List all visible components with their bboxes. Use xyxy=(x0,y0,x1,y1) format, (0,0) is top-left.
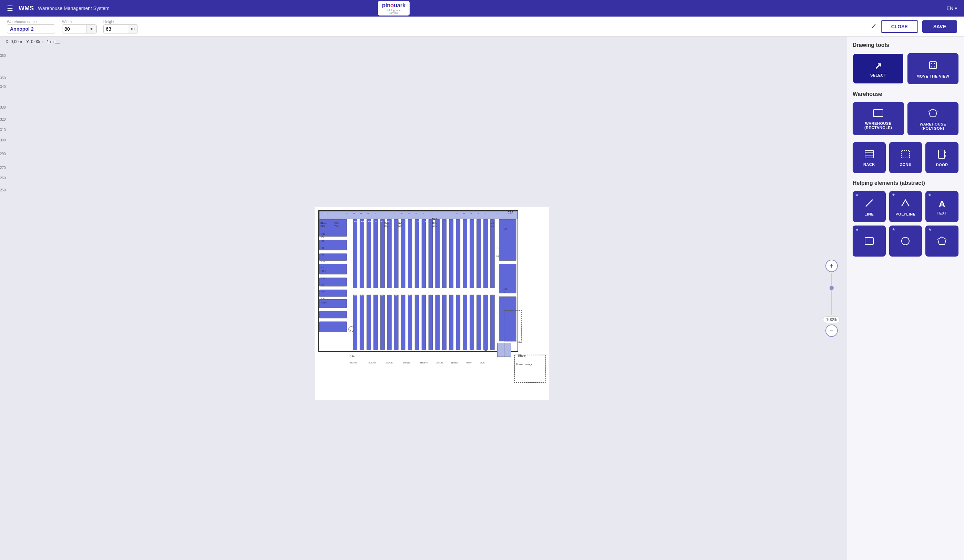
polyline-tool-label: POLYLINE xyxy=(896,212,915,216)
circle-helper-tool-button[interactable]: ★ xyxy=(889,226,922,257)
svg-marker-178 xyxy=(938,237,946,244)
svg-text:A8: A8 xyxy=(381,291,384,293)
svg-rect-170 xyxy=(865,150,873,158)
zoom-in-button[interactable]: + xyxy=(826,260,838,272)
svg-text:13: 13 xyxy=(422,212,424,215)
svg-text:70/60: 70/60 xyxy=(480,362,486,364)
toolbar-actions: ✓ CLOSE SAVE xyxy=(871,20,957,33)
width-field: Width m xyxy=(62,20,96,33)
svg-rect-78 xyxy=(470,295,474,350)
menu-icon[interactable]: ☰ xyxy=(7,4,13,12)
zone-tool-button[interactable]: ZONE xyxy=(889,142,922,173)
ruler-300: 300 xyxy=(0,138,7,142)
rect-helper-star: ★ xyxy=(855,228,858,231)
svg-text:13: 13 xyxy=(442,212,445,215)
svg-text:13: 13 xyxy=(339,212,341,215)
svg-text:C71: C71 xyxy=(321,260,326,262)
svg-text:110/100: 110/100 xyxy=(451,362,459,364)
svg-rect-71 xyxy=(422,295,426,350)
text-tool-button[interactable]: ★ A TEXT xyxy=(925,191,959,222)
svg-rect-139 xyxy=(497,343,504,350)
svg-text:A5: A5 xyxy=(402,291,404,293)
svg-text:13: 13 xyxy=(401,212,403,215)
save-button[interactable]: SAVE xyxy=(922,20,957,33)
svg-text:22/4: 22/4 xyxy=(397,225,402,227)
height-label: Height xyxy=(103,20,138,24)
line-tool-button[interactable]: ★ LINE xyxy=(853,191,886,222)
move-view-tool-button[interactable]: MOVE THE VIEW xyxy=(907,53,959,84)
svg-text:13: 13 xyxy=(381,212,383,215)
height-input[interactable] xyxy=(104,25,128,33)
helping-section-title: Helping elements (abstract) xyxy=(853,180,959,186)
text-star: ★ xyxy=(928,193,931,197)
logo-tagline: Intelligencefor you xyxy=(387,9,401,15)
svg-rect-69 xyxy=(408,295,412,350)
svg-rect-62 xyxy=(360,295,364,350)
rect-helper-tool-button[interactable]: ★ xyxy=(853,226,886,257)
polyline-tool-button[interactable]: ★ POLYLINE xyxy=(889,191,922,222)
svg-text:13: 13 xyxy=(484,212,485,215)
rack-tool-button[interactable]: RACK xyxy=(853,142,886,173)
svg-rect-79 xyxy=(477,295,481,350)
svg-text:PC: PC xyxy=(321,236,324,238)
logo: pinouark Intelligencefor you xyxy=(378,1,410,16)
check-icon: ✓ xyxy=(871,22,877,31)
warehouse-poly-tool-button[interactable]: WAREHOUSE (POLYGON) xyxy=(907,102,959,135)
language-selector[interactable]: EN ▾ xyxy=(947,5,957,11)
circle-helper-star: ★ xyxy=(892,228,895,231)
width-input[interactable] xyxy=(62,25,86,33)
main-layout: X: 0,00m Y: 0,00m 1 m 360 350 340 330 32… xyxy=(0,37,964,560)
svg-text:B2: B2 xyxy=(418,220,421,222)
select-tool-button[interactable]: ↗ SELECT xyxy=(853,53,904,84)
select-tools-grid: ↗ SELECT MOVE THE VIEW xyxy=(853,53,959,84)
svg-text:A10: A10 xyxy=(368,291,371,293)
svg-rect-81 xyxy=(490,295,494,350)
floor-plan[interactable]: 131313 131313 131313 131313 131313 13131… xyxy=(315,207,549,400)
canvas-coords: X: 0,00m Y: 0,00m 1 m xyxy=(5,39,60,44)
svg-text:190/180: 190/180 xyxy=(386,362,393,364)
door-tool-button[interactable]: DOOR xyxy=(925,142,959,173)
canvas-area[interactable]: X: 0,00m Y: 0,00m 1 m 360 350 340 330 32… xyxy=(0,37,847,560)
svg-rect-67 xyxy=(394,295,398,350)
line-icon xyxy=(865,198,874,209)
svg-point-177 xyxy=(902,237,909,245)
svg-text:B8: B8 xyxy=(368,220,371,222)
poly-helper-tool-button[interactable]: ★ xyxy=(925,226,959,257)
svg-text:C8: C8 xyxy=(321,240,324,242)
top-nav: ☰ WMS Warehouse Management System pinoua… xyxy=(0,0,964,16)
svg-text:C5F: C5F xyxy=(321,298,326,300)
zoom-out-button[interactable]: − xyxy=(826,324,838,337)
svg-marker-169 xyxy=(929,109,937,116)
svg-rect-56 xyxy=(463,219,467,288)
poly-helper-icon xyxy=(937,236,947,247)
svg-text:C13: C13 xyxy=(321,233,326,235)
line-star: ★ xyxy=(855,193,858,197)
svg-text:A11: A11 xyxy=(354,294,357,296)
warehouse-rect-tool-button[interactable]: WAREHOUSE (RECTANGLE) xyxy=(853,102,904,135)
svg-text:13: 13 xyxy=(367,212,369,215)
svg-text:175/160: 175/160 xyxy=(403,362,410,364)
svg-text:13: 13 xyxy=(387,212,389,215)
ruler-270: 270 xyxy=(0,166,7,170)
floor-plan-container: 131313 131313 131313 131313 131313 13131… xyxy=(21,50,843,557)
warehouse-name-input[interactable] xyxy=(7,24,55,33)
svg-rect-82 xyxy=(499,219,516,261)
svg-text:13: 13 xyxy=(360,212,362,215)
logo-accent: o xyxy=(390,2,394,9)
svg-rect-80 xyxy=(484,295,487,350)
svg-text:46/1: 46/1 xyxy=(384,222,389,224)
svg-rect-41 xyxy=(360,219,364,288)
zoom-slider[interactable] xyxy=(831,273,832,315)
svg-rect-73 xyxy=(435,295,440,350)
text-icon: A xyxy=(939,199,945,208)
svg-rect-75 xyxy=(449,295,453,350)
svg-rect-42 xyxy=(367,219,371,288)
close-button[interactable]: CLOSE xyxy=(881,20,918,33)
svg-text:A10: A10 xyxy=(361,291,365,293)
svg-text:31/1: 31/1 xyxy=(320,225,325,227)
svg-text:13: 13 xyxy=(394,212,396,215)
svg-rect-63 xyxy=(367,295,371,350)
svg-text:A11: A11 xyxy=(350,354,355,357)
svg-text:B1: B1 xyxy=(496,247,499,249)
svg-text:1/1: 1/1 xyxy=(490,225,494,227)
